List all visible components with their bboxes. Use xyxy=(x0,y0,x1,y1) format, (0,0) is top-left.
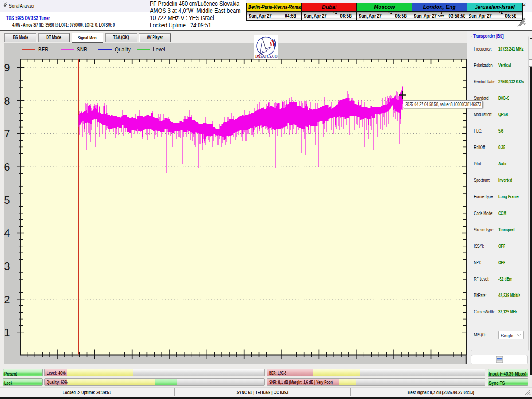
svg-text:7: 7 xyxy=(4,128,10,140)
svg-text:6: 6 xyxy=(4,161,10,173)
svg-text:4: 4 xyxy=(4,227,10,239)
svg-text:5: 5 xyxy=(4,194,10,206)
svg-text:8: 8 xyxy=(4,95,10,107)
svg-text:DXSATCS.COM: DXSATCS.COM xyxy=(255,55,278,59)
svg-text:1: 1 xyxy=(4,326,10,338)
svg-text:2: 2 xyxy=(4,293,10,305)
svg-text:9: 9 xyxy=(4,62,10,74)
svg-text:3: 3 xyxy=(4,260,10,272)
